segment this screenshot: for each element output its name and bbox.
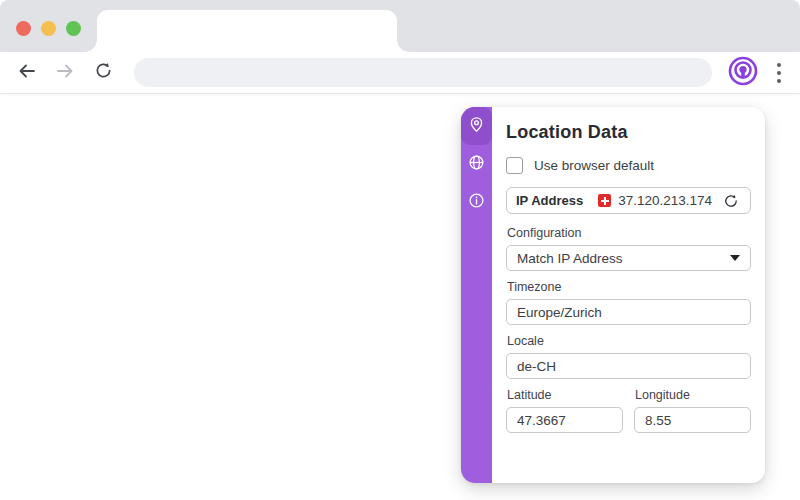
close-window-button[interactable] [16,21,31,36]
address-bar[interactable] [134,58,712,87]
ip-address-row: IP Address 37.120.213.174 [506,187,751,214]
use-browser-default-row: Use browser default [506,157,751,174]
panel-body: Location Data Use browser default IP Add… [492,107,765,483]
sidebar-item-network[interactable] [461,145,492,183]
extension-button[interactable] [726,56,760,90]
globe-icon [468,154,485,175]
latitude-input[interactable] [506,407,623,433]
tab-strip [0,0,800,52]
kebab-dot [777,71,781,75]
panel-sidebar [461,107,492,483]
location-pin-icon [468,116,485,137]
page-content: Location Data Use browser default IP Add… [0,94,800,499]
refresh-icon [723,193,739,209]
latitude-label: Latitude [507,388,623,402]
use-browser-default-checkbox[interactable] [506,157,523,174]
longitude-input[interactable] [634,407,751,433]
reload-icon [94,61,113,84]
sidebar-item-location[interactable] [461,107,492,145]
timezone-label: Timezone [507,280,751,294]
refresh-ip-button[interactable] [721,191,741,211]
minimize-window-button[interactable] [41,21,56,36]
back-button[interactable] [12,58,42,88]
locale-input[interactable] [506,353,751,379]
kebab-dot [777,79,781,83]
back-arrow-icon [17,61,37,85]
switzerland-flag-icon [598,194,611,207]
browser-tab[interactable] [97,10,397,52]
browser-window: Location Data Use browser default IP Add… [0,0,800,500]
configuration-value: Match IP Address [517,251,623,266]
locale-label: Locale [507,334,751,348]
browser-menu-button[interactable] [766,56,792,90]
info-icon [468,192,485,213]
use-browser-default-label: Use browser default [534,158,654,173]
forward-arrow-icon [55,61,75,85]
longitude-label: Longitude [635,388,751,402]
forward-button[interactable] [50,58,80,88]
kebab-dot [777,63,781,67]
coordinates-row: Latitude Longitude [506,379,751,433]
location-data-panel: Location Data Use browser default IP Add… [461,107,765,483]
browser-toolbar [0,52,800,94]
panel-title: Location Data [506,122,751,143]
window-controls [16,21,81,36]
reload-button[interactable] [88,58,118,88]
timezone-input[interactable] [506,299,751,325]
ip-address-label: IP Address [516,193,583,208]
chevron-down-icon [730,255,740,261]
location-beacon-extension-icon [727,55,759,91]
configuration-label: Configuration [507,226,751,240]
configuration-select[interactable]: Match IP Address [506,245,751,271]
maximize-window-button[interactable] [66,21,81,36]
sidebar-item-info[interactable] [461,183,492,221]
ip-address-value: 37.120.213.174 [618,193,712,208]
